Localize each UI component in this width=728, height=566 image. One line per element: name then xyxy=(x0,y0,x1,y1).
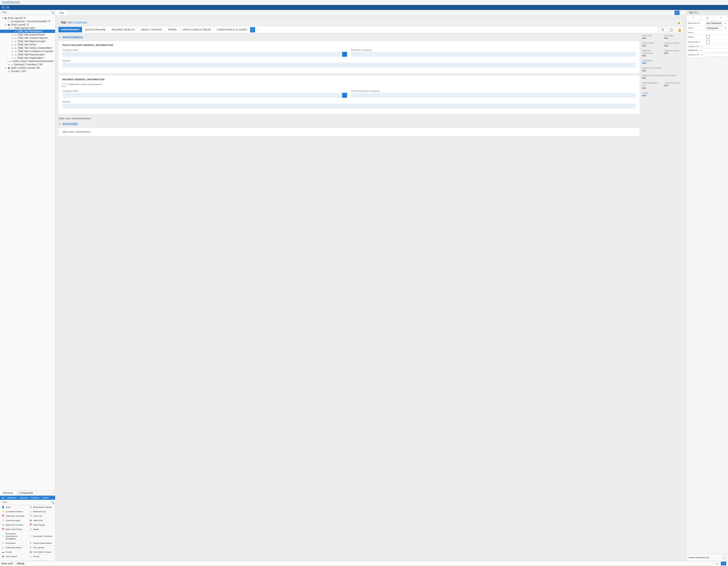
person-picker-icon[interactable]: 👤 xyxy=(342,52,347,57)
tree-caret-icon[interactable]: ▸ xyxy=(11,30,14,33)
section-participants-header[interactable]: ▼ PARTICIPANTS xyxy=(58,34,640,41)
tree-caret-icon[interactable]: ▸ xyxy=(11,47,14,49)
search-icon[interactable]: 🔍 xyxy=(51,11,55,14)
tabs-next-button[interactable]: > xyxy=(255,27,260,32)
tree-node[interactable]: ▾⑅[Tabs layout] "tabs" xyxy=(0,26,55,30)
tree-node[interactable]: ▸▭[Tab] "tab-Conditions & Clauses" xyxy=(0,50,55,53)
section-activities-header[interactable]: ▼ ACTIVITIES xyxy=(58,121,640,127)
doc-tab-object-groups[interactable]: OBJECT GROUPS xyxy=(138,27,165,32)
canvas-tab-live[interactable]: Live xyxy=(55,10,68,15)
expand-icon[interactable]: ⤢ xyxy=(722,555,726,559)
insured-address-input[interactable] xyxy=(62,104,636,109)
prop-hide-checkbox[interactable] xyxy=(706,35,710,39)
tree-caret-icon[interactable]: ▸ xyxy=(8,63,11,66)
palette-tab-components[interactable]: Components xyxy=(16,490,36,495)
palette-item[interactable]: 👤Actor xyxy=(0,505,28,509)
clear-icon[interactable]: ✕ xyxy=(724,27,727,30)
policyholder-is-insured-checkbox[interactable] xyxy=(62,83,66,87)
expand-right-icon[interactable]: ⇥ xyxy=(6,6,9,9)
insured-company-name-input[interactable] xyxy=(62,93,342,98)
tree-node[interactable]: ▾▦[Grid Layout] "3" xyxy=(0,23,55,26)
tree-node[interactable]: ▸▭[Tab] "tab-Terms" xyxy=(0,43,55,46)
policy-value[interactable]: N/A xyxy=(642,94,684,97)
palette-item[interactable]: 📎Attachment Upload xyxy=(28,505,55,509)
palette-item[interactable]: ▭ButtonGroup xyxy=(28,509,55,514)
tree-node[interactable]: ▾▦[Grid Layout] "3" xyxy=(0,16,55,20)
tree-node[interactable]: ⬚[Component : DocumentHeader] "2" xyxy=(0,20,55,23)
menu-icon[interactable]: ☰ xyxy=(658,26,667,33)
tree-caret-icon[interactable]: ▸ xyxy=(11,50,14,53)
palette-filter-input[interactable] xyxy=(1,500,51,504)
tabs-overflow-button[interactable]: > xyxy=(250,27,255,32)
palette-item[interactable]: ▭Group xyxy=(28,554,55,559)
company-name-input[interactable] xyxy=(62,52,342,57)
tree-node[interactable]: ▸▭[Tab] "tab-Organisation" xyxy=(0,56,55,60)
tree-node[interactable]: ▸▭[Inline View] "AttachmentsInlineView" xyxy=(0,60,55,63)
tree-node[interactable]: ▸▭[Tab] "tab-Questionnaire" xyxy=(0,33,55,36)
expand-left-icon[interactable]: ⇤ xyxy=(1,6,5,9)
tree-node[interactable]: ▸▭[Tab] "tab-Object Groups" xyxy=(0,40,55,43)
tree-caret-icon[interactable]: ▸ xyxy=(11,53,14,56)
tree-caret-icon[interactable]: ▸ xyxy=(7,60,9,63)
tree-node[interactable]: ▸▭[Tab] "tab-Participants" xyxy=(0,30,55,33)
bell-icon[interactable]: 🔔 xyxy=(675,26,683,33)
address-input[interactable] xyxy=(62,63,636,68)
prop-custom-cs2-input[interactable] xyxy=(706,53,727,57)
doc-tab-conditions-clauses[interactable]: CONDITIONS & CLAUSES xyxy=(214,27,250,32)
search-icon[interactable]: 🔍 xyxy=(51,500,55,504)
palette-item[interactable]: ▦Data Grid xyxy=(28,518,55,523)
tree-node[interactable]: ▸▭[Tab] "tab-Payment plan" xyxy=(0,53,55,56)
person-picker-icon[interactable]: 👤 xyxy=(342,93,347,98)
palette-item[interactable]: ▦Grid Layout xyxy=(0,554,28,559)
palette-item[interactable]: 📅Date Time Picker xyxy=(0,527,28,532)
tree-node[interactable]: ▸▦[Side Content Layout] "88" xyxy=(0,66,55,70)
application-value[interactable]: N/A xyxy=(642,62,684,65)
palette-item[interactable]: 📅Calendar Overview xyxy=(0,514,28,518)
palette-item[interactable]: ©Currency Input xyxy=(0,518,28,523)
palette-item[interactable]: ⬇Export Data Button xyxy=(28,541,55,545)
tree-filter-input[interactable] xyxy=(1,11,51,14)
palette-item[interactable]: 📄Document Amendment Navigation xyxy=(0,532,28,541)
tree-node[interactable]: ▸▭[Tab] "tab- Insured Objects" xyxy=(0,36,55,40)
palette-item[interactable]: ☰Card List xyxy=(28,514,55,518)
palette-item[interactable]: ▦Grid Button Group xyxy=(28,550,55,554)
clipboard-icon[interactable]: 📋 xyxy=(667,26,675,33)
tree-caret-icon[interactable]: ▸ xyxy=(11,34,14,36)
breadcrumb-link[interactable]: QuoteRiseAgent xyxy=(2,1,20,3)
tree-node[interactable]: ▭[Footer] "110" xyxy=(0,70,55,73)
tree-caret-icon[interactable]: ▸ xyxy=(11,44,14,46)
clear-path-icon[interactable]: ⊘ xyxy=(715,562,719,565)
doc-tab-participants[interactable]: PARTICIPANTS xyxy=(58,27,82,32)
more-button[interactable]: ⋯ xyxy=(721,562,726,565)
palette-filter-controls[interactable]: Controls xyxy=(29,496,41,500)
tree-caret-icon[interactable]: ▸ xyxy=(11,40,14,43)
palette-filter-inputs[interactable]: Inputs xyxy=(41,496,50,500)
lock-icon[interactable]: 🔒 xyxy=(676,20,681,25)
palette-filter-layouts[interactable]: Layouts xyxy=(18,496,29,500)
palette-tab-elements[interactable]: Elements xyxy=(0,490,16,495)
doc-tab-questionnaire[interactable]: QUESTIONNAIRE xyxy=(82,27,109,32)
palette-item[interactable]: ⬆File Upload xyxy=(28,545,55,550)
base-path-input[interactable] xyxy=(15,562,714,565)
palette-filter-all[interactable]: All xyxy=(0,496,6,500)
doc-tab-terms[interactable]: TERMS xyxy=(165,27,180,32)
prop-readonly-checkbox[interactable] xyxy=(706,40,710,44)
add-tab-button[interactable]: + xyxy=(675,11,680,15)
remove-tab-button[interactable]: − xyxy=(680,11,685,15)
tree-caret-icon[interactable]: ▸ xyxy=(4,67,7,69)
prop-tab-cursor[interactable]: ↖ xyxy=(714,15,728,21)
prop-tab-list[interactable]: ☰ xyxy=(701,15,714,21)
clear-icon[interactable]: ✕ xyxy=(724,22,727,25)
prop-title-input[interactable] xyxy=(706,26,722,30)
palette-item[interactable]: ▾Dropdown xyxy=(0,541,28,545)
prop-element-id-input[interactable] xyxy=(706,21,722,25)
palette-item[interactable]: ◫Data Grid Column xyxy=(0,523,28,527)
tree-caret-icon[interactable]: ▾ xyxy=(4,24,7,26)
palette-item[interactable]: 📅Date Range xyxy=(28,523,55,527)
tree-node[interactable]: ▸▭[Tab] "tab-Limits & Deductibles" xyxy=(0,46,55,50)
prop-tab-info[interactable]: i xyxy=(687,15,701,21)
palette-filter-business[interactable]: Business xyxy=(6,496,18,500)
doc-tab-insured-objects[interactable]: INSURED OBJECTS xyxy=(109,27,138,32)
tree-caret-icon[interactable]: ▾ xyxy=(1,17,4,19)
insured-business-occupancy-input[interactable] xyxy=(351,93,636,98)
